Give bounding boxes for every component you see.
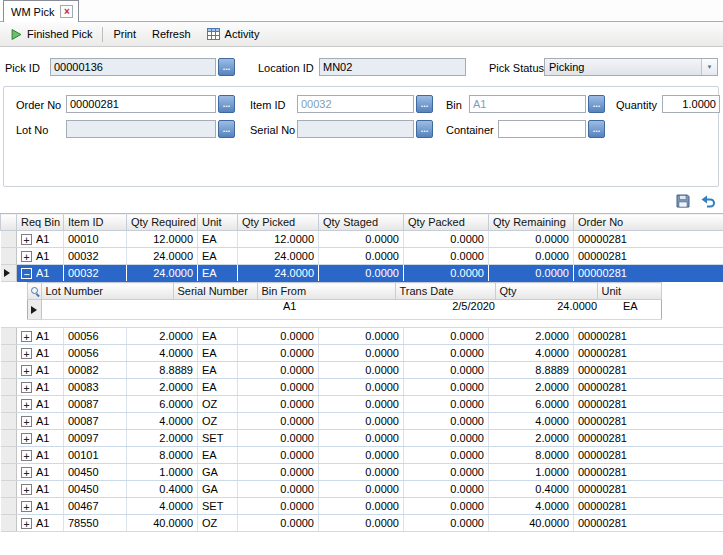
cell-qty-required[interactable]: 40.0000 xyxy=(127,515,198,532)
subgrid-column-header-lot-number[interactable]: Lot Number xyxy=(41,283,173,300)
serial-no-input[interactable] xyxy=(297,120,414,138)
cell-qty-packed[interactable]: 0.0000 xyxy=(404,481,489,498)
expand-row-icon[interactable]: + xyxy=(21,501,32,512)
cell-req-bin[interactable]: −A1 xyxy=(17,265,64,282)
cell-order-no[interactable]: 00000281 xyxy=(574,345,723,362)
row-selector[interactable] xyxy=(1,396,17,413)
grid-row[interactable]: +A1000828.8889EA0.00000.00000.00008.8889… xyxy=(1,362,723,379)
cell-order-no[interactable]: 00000281 xyxy=(574,447,723,464)
cell-req-bin[interactable]: +A1 xyxy=(17,498,64,515)
cell-order-no[interactable]: 00000281 xyxy=(574,248,723,265)
expand-row-icon[interactable]: + xyxy=(21,331,32,342)
search-icon[interactable] xyxy=(30,286,41,297)
row-selector[interactable] xyxy=(1,481,17,498)
grid-row[interactable]: +A1004674.0000SET0.00000.00000.00004.000… xyxy=(1,498,723,515)
pick-id-input[interactable] xyxy=(50,58,216,76)
grid-row[interactable]: +A1000874.0000OZ0.00000.00000.00004.0000… xyxy=(1,413,723,430)
cell-qty-packed[interactable]: 0.0000 xyxy=(404,345,489,362)
grid-row[interactable]: +A10003224.0000EA24.00000.00000.00000.00… xyxy=(1,248,723,265)
bin-lookup-button[interactable]: ... xyxy=(588,95,605,113)
cell-unit[interactable]: GA xyxy=(198,481,238,498)
quantity-input[interactable] xyxy=(662,95,720,113)
expand-row-icon[interactable]: + xyxy=(21,348,32,359)
grid-row[interactable]: +A1000562.0000EA0.00000.00000.00002.0000… xyxy=(1,328,723,345)
row-selector[interactable] xyxy=(1,379,17,396)
cell-qty-staged[interactable]: 0.0000 xyxy=(319,447,404,464)
cell-item-id[interactable]: 00082 xyxy=(64,362,127,379)
serial-no-lookup-button[interactable]: ... xyxy=(416,120,433,138)
subgrid-row[interactable]: A12/5/202024.0000EA xyxy=(27,300,661,320)
cell-item-id[interactable]: 00032 xyxy=(64,248,127,265)
cell-qty-remaining[interactable]: 2.0000 xyxy=(489,430,574,447)
cell-qty-required[interactable]: 2.0000 xyxy=(127,328,198,345)
cell-qty-required[interactable]: 4.0000 xyxy=(127,345,198,362)
undo-button[interactable] xyxy=(700,193,716,209)
cell-qty-remaining[interactable]: 40.0000 xyxy=(489,515,574,532)
cell-unit[interactable]: OZ xyxy=(198,413,238,430)
row-selector[interactable] xyxy=(1,515,17,532)
cell-unit[interactable]: SET xyxy=(198,498,238,515)
cell-qty-staged[interactable]: 0.0000 xyxy=(319,515,404,532)
cell-item-id[interactable]: 00056 xyxy=(64,328,127,345)
column-header-qty-required[interactable]: Qty Required xyxy=(127,214,198,231)
cell-qty-picked[interactable]: 0.0000 xyxy=(238,413,319,430)
subgrid-column-header-bin-from[interactable]: Bin From xyxy=(257,283,395,300)
cell-unit[interactable]: EA xyxy=(198,231,238,248)
cell-unit[interactable]: OZ xyxy=(198,515,238,532)
column-header-item-id[interactable]: Item ID xyxy=(64,214,127,231)
cell-qty-required[interactable]: 2.0000 xyxy=(127,430,198,447)
expand-row-icon[interactable]: + xyxy=(21,399,32,410)
subgrid-cell-qty[interactable]: 24.0000 xyxy=(495,300,597,320)
cell-qty-staged[interactable]: 0.0000 xyxy=(319,396,404,413)
expand-row-icon[interactable]: + xyxy=(21,251,32,262)
print-button[interactable]: Print xyxy=(105,24,144,44)
cell-order-no[interactable]: 00000281 xyxy=(574,396,723,413)
cell-qty-picked[interactable]: 24.0000 xyxy=(238,265,319,282)
cell-unit[interactable]: EA xyxy=(198,345,238,362)
cell-req-bin[interactable]: +A1 xyxy=(17,413,64,430)
column-header-req-bin[interactable]: Req Bin xyxy=(17,214,64,231)
cell-order-no[interactable]: 00000281 xyxy=(574,231,723,248)
cell-qty-remaining[interactable]: 4.0000 xyxy=(489,413,574,430)
collapse-row-icon[interactable]: − xyxy=(21,268,32,279)
cell-item-id[interactable]: 00450 xyxy=(64,464,127,481)
column-header-qty-staged[interactable]: Qty Staged xyxy=(319,214,404,231)
expand-row-icon[interactable]: + xyxy=(21,365,32,376)
cell-order-no[interactable]: 00000281 xyxy=(574,430,723,447)
tab-wm-pick[interactable]: WM Pick × xyxy=(3,0,79,22)
cell-qty-packed[interactable]: 0.0000 xyxy=(404,231,489,248)
cell-qty-picked[interactable]: 0.0000 xyxy=(238,430,319,447)
container-input[interactable] xyxy=(498,120,586,138)
cell-item-id[interactable]: 00032 xyxy=(64,265,127,282)
cell-item-id[interactable]: 00083 xyxy=(64,379,127,396)
pick-status-select[interactable]: Picking ▼ xyxy=(544,58,718,76)
cell-unit[interactable]: GA xyxy=(198,464,238,481)
subgrid-column-header-unit[interactable]: Unit xyxy=(597,283,661,300)
cell-req-bin[interactable]: +A1 xyxy=(17,379,64,396)
cell-qty-packed[interactable]: 0.0000 xyxy=(404,430,489,447)
cell-qty-remaining[interactable]: 0.4000 xyxy=(489,481,574,498)
grid-row[interactable]: +A17855040.0000OZ0.00000.00000.000040.00… xyxy=(1,515,723,532)
column-header-qty-picked[interactable]: Qty Picked xyxy=(238,214,319,231)
item-id-input[interactable] xyxy=(297,95,414,113)
expand-row-icon[interactable]: + xyxy=(21,450,32,461)
cell-qty-remaining[interactable]: 0.0000 xyxy=(489,265,574,282)
expand-row-icon[interactable]: + xyxy=(21,234,32,245)
cell-order-no[interactable]: 00000281 xyxy=(574,464,723,481)
cell-item-id[interactable]: 00010 xyxy=(64,231,127,248)
location-id-input[interactable] xyxy=(319,58,466,76)
cell-qty-required[interactable]: 0.4000 xyxy=(127,481,198,498)
cell-order-no[interactable]: 00000281 xyxy=(574,515,723,532)
cell-req-bin[interactable]: +A1 xyxy=(17,396,64,413)
subgrid-cell-serial-number[interactable] xyxy=(173,300,257,320)
cell-qty-remaining[interactable]: 4.0000 xyxy=(489,498,574,515)
cell-qty-required[interactable]: 24.0000 xyxy=(127,248,198,265)
cell-qty-staged[interactable]: 0.0000 xyxy=(319,413,404,430)
cell-item-id[interactable]: 00087 xyxy=(64,413,127,430)
cell-qty-staged[interactable]: 0.0000 xyxy=(319,379,404,396)
cell-qty-required[interactable]: 8.8889 xyxy=(127,362,198,379)
column-header-qty-packed[interactable]: Qty Packed xyxy=(404,214,489,231)
expand-row-icon[interactable]: + xyxy=(21,433,32,444)
cell-qty-required[interactable]: 24.0000 xyxy=(127,265,198,282)
refresh-button[interactable]: Refresh xyxy=(144,24,199,44)
